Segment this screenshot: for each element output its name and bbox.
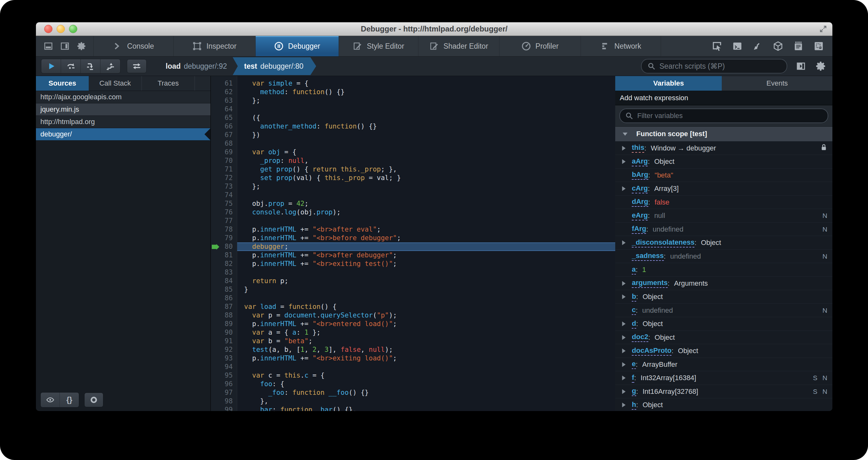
expand-arrow-icon[interactable]: [615, 387, 632, 396]
variable-name[interactable]: bArg: [632, 171, 648, 180]
step-out-button[interactable]: [100, 59, 120, 73]
variable-name[interactable]: doc2: [632, 333, 648, 342]
resume-button[interactable]: [41, 59, 61, 73]
variable-value[interactable]: Window → debugger: [651, 144, 716, 152]
code-text[interactable]: [237, 139, 615, 148]
code-text[interactable]: p.innerHTML += "<br>after eval";: [237, 225, 615, 234]
variable-row-earg[interactable]: eArg : null N: [615, 209, 832, 223]
code-text[interactable]: method: function() {}: [237, 88, 615, 96]
toggle-black-box-button[interactable]: [127, 59, 147, 73]
line-gutter[interactable]: 99: [211, 406, 237, 411]
tab-profiler[interactable]: Profiler: [499, 36, 581, 56]
variable-value[interactable]: Int16Array[32768]: [643, 387, 698, 396]
variable-value[interactable]: Object: [701, 238, 721, 247]
variable-row-this[interactable]: this : Window → debugger: [615, 142, 832, 155]
code-text[interactable]: p.innerHTML += "<br>before debugger";: [237, 234, 615, 242]
source-item-http-htmlpad-org[interactable]: http://htmlpad.org: [36, 116, 211, 128]
split-console-button[interactable]: [732, 41, 743, 52]
expand-arrow-icon[interactable]: [615, 374, 632, 382]
variable-row-g[interactable]: g : Int16Array[32768] SN: [615, 385, 832, 399]
responsive-mode-button[interactable]: [813, 41, 824, 52]
line-gutter[interactable]: 77: [211, 217, 237, 225]
code-text[interactable]: ({: [237, 114, 615, 122]
line-gutter[interactable]: 68: [211, 139, 237, 148]
variable-name[interactable]: c: [632, 306, 636, 315]
line-gutter[interactable]: 87: [211, 303, 237, 311]
line-gutter[interactable]: 69: [211, 148, 237, 156]
step-in-button[interactable]: [81, 59, 100, 73]
line-gutter[interactable]: 78: [211, 225, 237, 234]
source-item-debugger[interactable]: debugger/: [36, 128, 211, 141]
variable-name[interactable]: h: [632, 401, 636, 410]
tab-console[interactable]: Console: [94, 36, 174, 56]
expand-arrow-icon[interactable]: [615, 279, 632, 288]
scope-header[interactable]: Function scope [test]: [615, 126, 832, 142]
paintbrush-button[interactable]: [752, 41, 763, 52]
dock-bottom-button[interactable]: [43, 41, 53, 51]
variable-value[interactable]: Int32Array[16384]: [641, 374, 696, 382]
line-gutter[interactable]: 63: [211, 96, 237, 105]
filter-variables-input[interactable]: [637, 111, 823, 120]
variable-row-carg[interactable]: cArg : Array[3]: [615, 182, 832, 196]
dock-side-button[interactable]: [60, 41, 70, 51]
search-scripts-input[interactable]: [659, 62, 781, 71]
variable-name[interactable]: e: [632, 360, 636, 369]
variable-row-e[interactable]: e : ArrayBuffer: [615, 358, 832, 372]
expand-arrow-icon[interactable]: [615, 293, 632, 301]
close-button[interactable]: [44, 25, 53, 33]
sidebar-tab-sources[interactable]: Sources: [36, 76, 89, 91]
code-text[interactable]: var b = "beta";: [237, 337, 615, 345]
variable-row-disconsolateness[interactable]: _disconsolateness : Object: [615, 236, 832, 250]
titlebar[interactable]: Debugger - http://htmlpad.org/debugger/: [36, 22, 832, 36]
variable-name[interactable]: b: [632, 292, 636, 301]
variable-value[interactable]: undefined: [653, 225, 684, 233]
line-gutter[interactable]: 88: [211, 311, 237, 320]
line-gutter[interactable]: 74: [211, 191, 237, 199]
code-text[interactable]: }): [237, 131, 615, 139]
gear-button[interactable]: [815, 61, 826, 71]
variable-name[interactable]: f: [632, 373, 634, 383]
expand-arrow-icon[interactable]: [615, 144, 632, 152]
variable-name[interactable]: aArg: [632, 157, 648, 166]
toggle-panes-button[interactable]: [796, 61, 806, 71]
code-text[interactable]: var a = { a: 1 };: [237, 328, 615, 337]
variable-row-sadness[interactable]: _sadness : undefined N: [615, 250, 832, 263]
line-gutter[interactable]: 97: [211, 389, 237, 397]
breadcrumb-test[interactable]: test debugger/:80: [233, 57, 316, 75]
variable-row-barg[interactable]: bArg : "beta": [615, 169, 832, 182]
variable-value[interactable]: "beta": [655, 171, 673, 179]
add-watch-expression[interactable]: Add watch expression: [615, 91, 832, 105]
code-text[interactable]: set prop(val) { this._prop = val; }: [237, 174, 615, 182]
step-over-button[interactable]: [61, 59, 81, 73]
tab-inspector[interactable]: Inspector: [174, 36, 256, 56]
variable-name[interactable]: g: [632, 387, 636, 396]
variable-name[interactable]: _disconsolateness: [632, 238, 694, 248]
code-text[interactable]: var p = document.querySelector("p");: [237, 311, 615, 320]
code-text[interactable]: [237, 191, 615, 199]
breadcrumb-load[interactable]: load debugger/:92: [161, 57, 232, 75]
variable-value[interactable]: Object: [655, 334, 675, 342]
tab-style-editor[interactable]: Style Editor: [339, 36, 418, 56]
variable-value[interactable]: Array[3]: [654, 184, 679, 193]
sidebar-tab-call-stack[interactable]: Call Stack: [89, 76, 142, 91]
code-text[interactable]: get prop() { return this._prop; },: [237, 165, 615, 174]
code-text[interactable]: },: [237, 397, 615, 406]
line-gutter[interactable]: 98: [211, 397, 237, 406]
line-gutter[interactable]: 93: [211, 354, 237, 363]
variable-row-darg[interactable]: dArg : false: [615, 196, 832, 209]
toggle-breakpoints-button[interactable]: [84, 393, 103, 407]
code-text[interactable]: obj.prop = 42;: [237, 199, 615, 208]
variable-name[interactable]: fArg: [632, 225, 646, 234]
code-text[interactable]: [237, 363, 615, 371]
zoom-button[interactable]: [69, 25, 77, 33]
variable-name[interactable]: a: [632, 265, 636, 275]
line-gutter[interactable]: 64: [211, 105, 237, 114]
sidebar-tab-traces[interactable]: Traces: [142, 76, 195, 91]
line-gutter[interactable]: 89: [211, 320, 237, 328]
variable-value[interactable]: ArrayBuffer: [642, 361, 678, 369]
line-gutter[interactable]: 67: [211, 131, 237, 139]
line-gutter[interactable]: 96: [211, 380, 237, 389]
source-item-http-ajax-googleapis-com[interactable]: http://ajax.googleapis.com: [36, 91, 211, 104]
code-text[interactable]: console.log(obj.prop);: [237, 208, 615, 217]
tab-shader-editor[interactable]: Shader Editor: [418, 36, 499, 56]
